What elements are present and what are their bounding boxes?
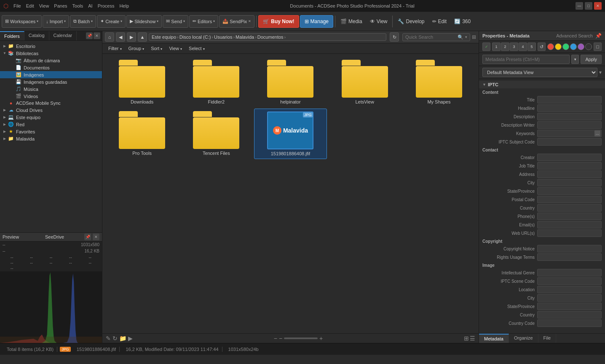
manage-button[interactable]: ⊞ Manage <box>300 15 333 28</box>
file-item-helpinator[interactable]: helpinator <box>254 57 327 107</box>
tree-item-red[interactable]: ▶ 🌐 Red <box>0 121 102 128</box>
meta-extra-button[interactable]: □ <box>594 43 602 51</box>
meta-value-state[interactable] <box>537 187 602 195</box>
bottom-edit-icon[interactable]: ✎ <box>106 335 111 342</box>
metadata-view-select[interactable]: Default Metadata View <box>482 68 597 77</box>
meta-value-phones[interactable] <box>537 213 602 220</box>
view-mode-button[interactable]: 👁 View <box>367 15 391 28</box>
tree-item-favorites[interactable]: ▶ ★ Favorites <box>0 128 102 135</box>
group-button[interactable]: Group ▾ <box>126 45 147 52</box>
tree-item-videos[interactable]: 🎬 Vídeos <box>0 93 102 100</box>
batch-button[interactable]: ⧉ Batch ▾ <box>70 15 96 28</box>
left-panel-pin[interactable]: 📌 <box>86 32 93 39</box>
rating-5-button[interactable]: 5 <box>527 43 536 51</box>
grid-view-icon[interactable]: ⊞ <box>464 335 469 342</box>
path-seg-3[interactable]: Usuarios <box>214 35 232 40</box>
send-button[interactable]: ✉ Send ▾ <box>163 15 188 28</box>
bottom-play-icon[interactable]: ▶ <box>128 335 133 342</box>
preset-dropdown-button[interactable]: ▾ <box>571 55 579 64</box>
tree-item-imagenes[interactable]: 🖼️ Imágenes <box>0 71 102 78</box>
edit-menu[interactable]: Edit <box>26 3 34 8</box>
preset-input[interactable] <box>482 55 570 64</box>
file-item-jfif[interactable]: M Malavida JPG 1519801886408.jfif <box>254 109 327 159</box>
path-seg-1[interactable]: Este equipo <box>152 35 176 40</box>
workspaces-button[interactable]: ⊞ Workspaces ▾ <box>2 15 42 28</box>
media-button[interactable]: 🎬 Media <box>337 15 366 28</box>
meta-value-emails[interactable] <box>537 221 602 228</box>
bottom-folder-icon[interactable]: 📁 <box>119 335 126 342</box>
tab-catalog[interactable]: Catalog <box>24 31 49 40</box>
meta-value-scene-code[interactable] <box>537 277 602 285</box>
view-options-button[interactable]: View ▾ <box>166 45 185 52</box>
meta-value-description[interactable] <box>537 113 602 120</box>
path-seg-4[interactable]: Malavida <box>236 35 254 40</box>
import-button[interactable]: ↓ Import ▾ <box>43 15 69 28</box>
meta-value-title[interactable] <box>537 96 602 104</box>
tree-item-bibliotecas[interactable]: ▼ 📚 Bibliotecas <box>0 50 102 57</box>
tree-item-acdsee-mobile[interactable]: ● ACDSee Mobile Sync <box>0 100 102 106</box>
up-button[interactable]: ▲ <box>138 32 147 42</box>
filter-icon[interactable]: ⊞ <box>472 34 476 40</box>
rating-2-button[interactable]: 2 <box>501 43 509 51</box>
meta-value-postal[interactable] <box>537 196 602 203</box>
buy-now-button[interactable]: 🛒 Buy Now! <box>258 15 299 28</box>
tools-menu[interactable]: Tools <box>72 3 83 8</box>
develop-button[interactable]: 🔧 Develop <box>394 15 428 28</box>
preview-pin-button[interactable]: 📌 <box>84 234 91 240</box>
color-purple-button[interactable] <box>578 43 584 50</box>
forward-button[interactable]: ▶ <box>127 32 136 42</box>
tree-item-musica[interactable]: 🎵 Música <box>0 85 102 93</box>
meta-value-image-state[interactable] <box>537 303 602 310</box>
zoom-minus-button[interactable]: − <box>274 335 277 342</box>
tab-calendar[interactable]: Calendar <box>49 31 77 40</box>
left-panel-close[interactable]: ✕ <box>94 32 100 39</box>
zoom-minus2-button[interactable]: − <box>279 335 282 342</box>
meta-check-button[interactable]: ✓ <box>482 43 490 51</box>
path-seg-5[interactable]: Documentos <box>257 35 284 40</box>
create-button[interactable]: ✦ Create ▾ <box>97 15 126 28</box>
edit-mode-button[interactable]: ✏ Edit <box>429 15 450 28</box>
meta-value-weburl[interactable] <box>537 229 602 237</box>
tab-folders[interactable]: Folders <box>0 31 24 40</box>
preview-close-button[interactable]: ✕ <box>93 234 99 240</box>
meta-value-rights-usage[interactable] <box>537 253 602 261</box>
filter-button[interactable]: Filter ▾ <box>106 45 124 52</box>
close-button[interactable]: ✕ <box>594 2 602 10</box>
window-controls[interactable]: — □ ✕ <box>576 2 602 10</box>
keywords-dots-button[interactable]: … <box>594 130 600 136</box>
zoom-plus-button[interactable]: + <box>319 335 323 342</box>
list-view-icon[interactable]: ☰ <box>470 335 475 342</box>
rating-3-button[interactable]: 3 <box>510 43 518 51</box>
iptc-header[interactable]: ▼ IPTC <box>479 81 605 88</box>
360-button[interactable]: 🔄 360 <box>451 15 474 28</box>
search-dropdown[interactable]: ▾ <box>465 35 467 39</box>
bottom-refresh-icon[interactable]: ↻ <box>112 335 118 342</box>
meta-value-country-code[interactable] <box>537 319 602 327</box>
slideshow-button[interactable]: ▶ Slideshow ▾ <box>126 15 162 28</box>
sendpix-button[interactable]: 📤 SendPix ✕ <box>219 15 254 28</box>
file-item-letsview[interactable]: LetsView <box>329 57 401 107</box>
meta-value-country[interactable] <box>537 204 602 212</box>
view-selector-arrow[interactable]: ▾ <box>599 69 602 75</box>
meta-value-city[interactable] <box>537 179 602 186</box>
advanced-search-link[interactable]: Advanced Search <box>556 33 593 38</box>
view-menu[interactable]: View <box>39 3 49 8</box>
meta-value-image-country[interactable] <box>537 311 602 319</box>
ai-menu[interactable]: AI <box>88 3 92 8</box>
meta-value-job-title[interactable] <box>537 162 602 170</box>
tree-item-cloud-drives[interactable]: ▶ ☁ Cloud Drives <box>0 106 102 114</box>
color-yellow-button[interactable] <box>555 43 562 50</box>
color-none-button[interactable] <box>585 43 592 50</box>
file-item-tencent[interactable]: Tencent Files <box>180 109 252 159</box>
path-seg-2[interactable]: Disco local (C:) <box>179 35 211 40</box>
meta-value-location[interactable] <box>537 286 602 293</box>
meta-value-headline[interactable] <box>537 104 602 112</box>
help-menu[interactable]: Help <box>119 3 129 8</box>
apply-button[interactable]: Apply <box>581 55 602 64</box>
tree-item-imagenes-guardadas[interactable]: 💾 Imágenes guardadas <box>0 78 102 85</box>
refresh-button[interactable]: ↻ <box>390 32 399 42</box>
minimize-button[interactable]: — <box>576 2 583 10</box>
meta-value-creator[interactable] <box>537 154 602 161</box>
rotate-button[interactable]: ↺ <box>538 43 546 51</box>
sort-button[interactable]: Sort ▾ <box>148 45 165 52</box>
